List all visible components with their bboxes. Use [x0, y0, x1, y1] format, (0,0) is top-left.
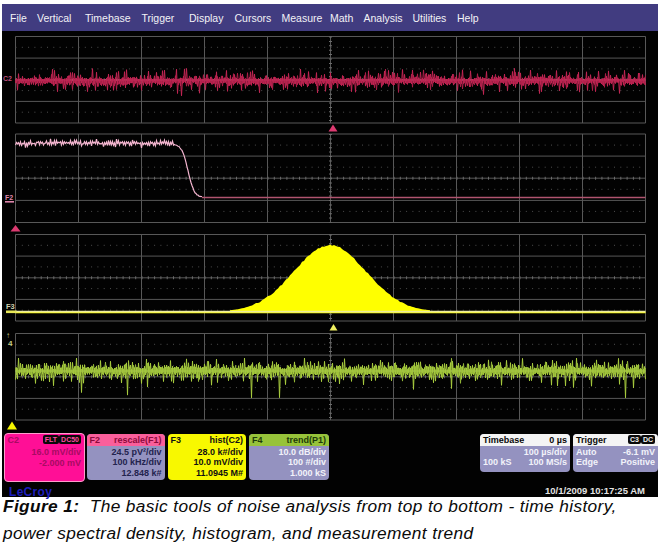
svg-text:F3: F3	[6, 302, 15, 311]
svg-text:C2: C2	[3, 75, 12, 82]
svg-text:F2: F2	[5, 194, 13, 201]
svg-text:4: 4	[8, 339, 13, 348]
